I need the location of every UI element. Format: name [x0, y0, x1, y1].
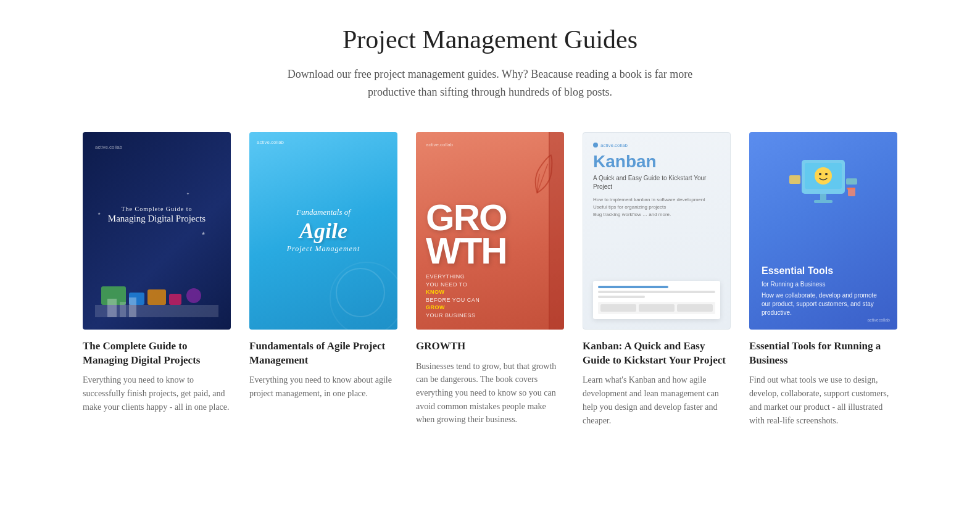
svg-point-11	[815, 167, 832, 185]
book-2-title: Fundamentals of Agile Project Management	[249, 339, 397, 368]
book-2-circle2	[330, 262, 397, 330]
book-cover-5[interactable]: Essential Tools for Running a Business H…	[749, 132, 897, 330]
book-5-logo: activecollab	[867, 318, 890, 322]
book-5-cover-title: Essential Tools for Running a Business H…	[762, 265, 885, 317]
book-4-title-main: Kanban	[593, 153, 720, 170]
book-2-line3: Project Management	[287, 244, 360, 254]
book-3-sidebar	[549, 132, 564, 330]
book-cover-1[interactable]: active.collab The Complete Guide to Mana…	[83, 132, 231, 330]
svg-point-4	[186, 288, 201, 303]
book-1-illustration	[95, 280, 218, 317]
svg-rect-7	[120, 302, 126, 317]
svg-rect-3	[169, 294, 181, 305]
book-2-line1: Fundamentals of	[287, 207, 360, 217]
book-2-cover-title: Fundamentals of Agile Project Management	[287, 207, 360, 254]
svg-rect-6	[107, 299, 117, 317]
book-4-mockup-line-3	[598, 296, 645, 298]
book-3-logo: active.collab	[426, 142, 554, 148]
svg-rect-19	[847, 188, 855, 189]
book-4-cover-desc: How to implement kanban in software deve…	[593, 196, 720, 218]
book-cover-4[interactable]: active.collab Kanban A Quick and Easy Gu…	[583, 132, 731, 330]
svg-rect-17	[846, 178, 857, 185]
book-3-grow-text: GROWTH	[426, 201, 554, 268]
book-5-description: Find out what tools we use to design, de…	[749, 373, 897, 427]
book-3-main: GROWTH EVERYTHINGyou need to KNOW before…	[426, 201, 554, 320]
books-grid: active.collab The Complete Guide to Mana…	[12, 132, 968, 428]
book-item-5: Essential Tools for Running a Business H…	[749, 132, 897, 428]
book-5-cover-title-main: Essential Tools	[762, 265, 833, 276]
svg-rect-14	[820, 194, 826, 200]
book-4-mockup-line-2	[598, 291, 715, 293]
book-2-logo: active.collab	[257, 139, 284, 145]
book-5-illustration	[762, 157, 885, 265]
book-4-title: Kanban: A Quick and Easy Guide to Kickst…	[583, 339, 731, 368]
book-cover-2[interactable]: active.collab Fundamentals of Agile Proj…	[249, 132, 397, 330]
book-4-mockup-line-1	[598, 286, 668, 288]
book-item-4: active.collab Kanban A Quick and Easy Gu…	[583, 132, 731, 428]
book-item-3: active.collab GROWTH EVERYTHINGyou need …	[416, 132, 564, 426]
svg-rect-8	[129, 297, 136, 317]
book-item-2: active.collab Fundamentals of Agile Proj…	[249, 132, 397, 401]
book-1-description: Everything you need to know to successfu…	[83, 373, 231, 414]
book-3-description: Businesses tend to grow, but that growth…	[416, 360, 564, 426]
svg-point-13	[825, 173, 828, 175]
book-2-description: Everything you need to know about agile …	[249, 373, 397, 400]
page-title: Project Management Guides	[12, 25, 968, 54]
book-1-title: The Complete Guide to Managing Digital P…	[83, 339, 231, 368]
book-3-subtitle: EVERYTHINGyou need to KNOW before you ca…	[426, 273, 554, 320]
book-2-line2: Agile	[287, 220, 360, 242]
book-item-1: active.collab The Complete Guide to Mana…	[83, 132, 231, 414]
book-cover-3[interactable]: active.collab GROWTH EVERYTHINGyou need …	[416, 132, 564, 330]
svg-rect-15	[814, 200, 833, 203]
svg-rect-2	[147, 289, 166, 305]
book-4-logo-dot	[593, 143, 598, 148]
book-4-logo: active.collab	[593, 143, 720, 148]
svg-rect-16	[789, 175, 800, 184]
svg-point-12	[819, 173, 821, 175]
book-5-cover-subtitle: for Running a Business	[762, 280, 885, 289]
book-4-mockup-rows	[598, 302, 715, 314]
book-1-cover-small: The Complete Guide to	[95, 205, 218, 213]
book-3-title: GROWTH	[416, 339, 564, 354]
book-4-description: Learn what's Kanban and how agile develo…	[583, 373, 731, 427]
book-5-cover-desc: How we collaborate, develop and promote …	[762, 291, 885, 317]
book-5-title: Essential Tools for Running a Business	[749, 339, 897, 368]
book-1-cover-title: The Complete Guide to Managing Digital P…	[95, 205, 218, 225]
book-1-logo: active.collab	[95, 144, 218, 150]
page-header: Project Management Guides Download our f…	[12, 25, 968, 101]
book-1-cover-main: Managing Digital Projects	[95, 213, 218, 225]
page-subtitle: Download our free project management gui…	[280, 65, 700, 101]
book-4-mockup	[593, 281, 720, 319]
book-4-cover-subtitle: A Quick and Easy Guide to Kickstart Your…	[593, 174, 720, 191]
page-wrapper: Project Management Guides Download our f…	[0, 0, 980, 452]
